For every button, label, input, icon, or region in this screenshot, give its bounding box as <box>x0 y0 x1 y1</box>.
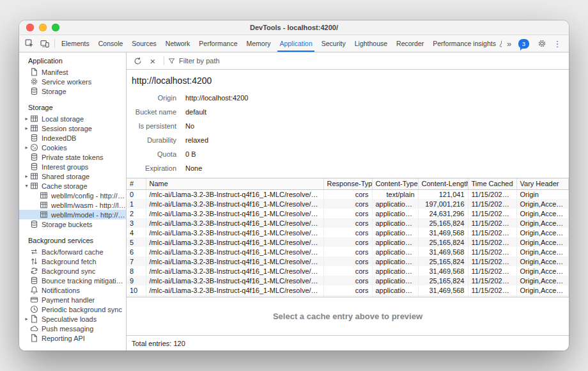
column-header-[interactable]: # <box>127 178 146 189</box>
tab-memory[interactable]: Memory <box>242 35 275 52</box>
cell-vary-header: Origin,Access… <box>516 228 569 237</box>
meta-origin: Originhttp://localhost:4200 <box>127 91 569 105</box>
disclosure-collapsed-icon[interactable]: ▸ <box>23 125 30 131</box>
tab-performance-insights[interactable]: Performance insights <box>428 35 501 52</box>
column-header-name[interactable]: Name <box>146 178 323 189</box>
cache-entry-row[interactable]: 0/mlc-ai/Llama-3.2-3B-Instruct-q4f16_1-M… <box>127 189 569 199</box>
cell-time-cached: 11/15/2024, 10… <box>468 257 516 266</box>
sidebar-item-storage[interactable]: Storage <box>19 86 126 96</box>
disclosure-collapsed-icon[interactable]: ▸ <box>23 316 30 322</box>
sidebar-item-manifest[interactable]: Manifest <box>19 67 126 77</box>
cache-panel-body: http://localhost:4200 Originhttp://local… <box>127 70 569 297</box>
sidebar-item-label: Cache storage <box>42 182 88 190</box>
sidebar-item-cookies[interactable]: ▸Cookies <box>19 143 126 152</box>
doc-icon <box>30 315 38 323</box>
minimize-window-button[interactable] <box>39 24 47 31</box>
sidebar-item-session-storage[interactable]: ▸Session storage <box>19 123 126 133</box>
tab-security[interactable]: Security <box>317 35 350 52</box>
sidebar-item-webllm-model-http-loc[interactable]: webllm/model - http://loc… <box>19 210 126 219</box>
sidebar-item-back-forward-cache[interactable]: Back/forward cache <box>19 247 126 257</box>
disclosure-collapsed-icon[interactable]: ▸ <box>23 145 30 150</box>
refresh-icon[interactable] <box>130 54 144 68</box>
tab-sources[interactable]: Sources <box>127 35 161 52</box>
tab-elements[interactable]: Elements <box>57 35 94 52</box>
meta-value: No <box>185 122 194 130</box>
sidebar-item-notifications[interactable]: Notifications <box>19 285 126 295</box>
sidebar-item-service-workers[interactable]: Service workers <box>19 77 126 86</box>
tab-lighthouse[interactable]: Lighthouse <box>350 35 392 52</box>
meta-label: Durability <box>127 136 176 144</box>
cell-vary-header: Origin,Access… <box>516 266 569 276</box>
doc-icon <box>30 68 38 76</box>
cache-entry-row[interactable]: 1/mlc-ai/Llama-3.2-3B-Instruct-q4f16_1-M… <box>127 199 569 209</box>
sidebar-item-label: Bounce tracking mitigations <box>42 277 126 285</box>
cache-entry-row[interactable]: 8/mlc-ai/Llama-3.2-3B-Instruct-q4f16_1-M… <box>127 266 569 276</box>
cache-entry-row[interactable]: 3/mlc-ai/Llama-3.2-3B-Instruct-q4f16_1-M… <box>127 218 569 228</box>
cell-name: /mlc-ai/Llama-3.2-3B-Instruct-q4f16_1-ML… <box>146 218 323 228</box>
sidebar-item-label: Notifications <box>42 287 80 294</box>
device-toolbar-icon[interactable] <box>37 35 52 52</box>
cache-entry-row[interactable]: 6/mlc-ai/Llama-3.2-3B-Instruct-q4f16_1-M… <box>127 247 569 257</box>
cache-origin-heading: http://localhost:4200 <box>132 75 564 86</box>
db-icon <box>30 162 38 171</box>
cache-entry-row[interactable]: 7/mlc-ai/Llama-3.2-3B-Instruct-q4f16_1-M… <box>127 257 569 266</box>
doc-icon <box>30 334 38 342</box>
cell-: 5 <box>127 237 146 247</box>
sidebar-item-cache-storage[interactable]: ▾Cache storage <box>19 181 126 191</box>
column-header-time-cached[interactable]: Time Cached <box>468 178 516 189</box>
cache-entry-row[interactable]: 9/mlc-ai/Llama-3.2-3B-Instruct-q4f16_1-M… <box>127 276 569 285</box>
cache-entry-row[interactable]: 4/mlc-ai/Llama-3.2-3B-Instruct-q4f16_1-M… <box>127 228 569 237</box>
disclosure-collapsed-icon[interactable]: ▸ <box>23 173 30 179</box>
sidebar-item-shared-storage[interactable]: ▸Shared storage <box>19 171 126 181</box>
cache-entry-row[interactable]: 10/mlc-ai/Llama-3.2-3B-Instruct-q4f16_1-… <box>127 285 569 295</box>
toolbar-divider <box>54 39 55 48</box>
column-header-content-length[interactable]: Content-Length <box>418 178 468 189</box>
column-header-vary-header[interactable]: Vary Header <box>516 178 569 189</box>
close-window-button[interactable] <box>26 24 34 31</box>
delete-selected-icon[interactable]: × <box>146 54 160 68</box>
window-title: DevTools - localhost:4200/ <box>19 24 569 31</box>
disclosure-expanded-icon[interactable]: ▾ <box>23 183 30 189</box>
kebab-menu-icon[interactable]: ⋮ <box>550 35 565 52</box>
sidebar-item-background-fetch[interactable]: Background fetch <box>19 257 126 266</box>
filter-by-path-input[interactable] <box>179 57 565 65</box>
sidebar-item-indexeddb[interactable]: IndexedDB <box>19 133 126 143</box>
console-messages-badge[interactable]: 3 <box>518 39 529 49</box>
table-icon <box>30 182 38 190</box>
sidebar-item-payment-handler[interactable]: Payment handler <box>19 295 126 304</box>
sidebar-item-speculative-loads[interactable]: ▸Speculative loads <box>19 314 126 324</box>
cell-time-cached: 11/15/2024, 10… <box>468 199 516 209</box>
sidebar-item-interest-groups[interactable]: Interest groups <box>19 162 126 171</box>
sidebar-item-push-messaging[interactable]: Push messaging <box>19 324 126 333</box>
column-header-content-type[interactable]: Content-Type <box>372 178 418 189</box>
sidebar-item-label: Back/forward cache <box>42 248 104 256</box>
meta-value: relaxed <box>185 136 208 144</box>
tab-console[interactable]: Console <box>94 35 128 52</box>
tab-application[interactable]: Application <box>275 35 316 52</box>
tab-label: Console <box>98 40 123 47</box>
sidebar-item-webllm-wasm-http-loca[interactable]: webllm/wasm - http://loca… <box>19 200 126 210</box>
inspect-element-icon[interactable] <box>22 35 37 52</box>
sidebar-item-webllm-config-http-loc[interactable]: webllm/config - http://loc… <box>19 191 126 200</box>
zoom-window-button[interactable] <box>52 24 59 31</box>
cell-response-type: cors <box>323 276 372 285</box>
panel-tabs: ElementsConsoleSourcesNetworkPerformance… <box>57 35 502 52</box>
cache-entry-row[interactable]: 5/mlc-ai/Llama-3.2-3B-Instruct-q4f16_1-M… <box>127 237 569 247</box>
disclosure-collapsed-icon[interactable]: ▸ <box>23 116 30 122</box>
sidebar-item-background-sync[interactable]: Background sync <box>19 266 126 276</box>
column-header-response-type[interactable]: Response-Type <box>323 178 372 189</box>
swap-icon <box>30 248 38 256</box>
tab-performance[interactable]: Performance <box>194 35 242 52</box>
sidebar-item-local-storage[interactable]: ▸Local storage <box>19 114 126 123</box>
more-tabs-icon[interactable]: » <box>502 35 517 52</box>
tab-recorder[interactable]: Recorder <box>392 35 428 52</box>
sidebar-item-storage-buckets[interactable]: Storage buckets <box>19 219 126 229</box>
cell-response-type: cors <box>323 189 372 199</box>
tab-network[interactable]: Network <box>161 35 195 52</box>
sidebar-item-private-state-tokens[interactable]: Private state tokens <box>19 152 126 162</box>
settings-gear-icon[interactable] <box>534 35 550 52</box>
cache-entry-row[interactable]: 2/mlc-ai/Llama-3.2-3B-Instruct-q4f16_1-M… <box>127 209 569 218</box>
sidebar-item-periodic-background-sync[interactable]: Periodic background sync <box>19 304 126 314</box>
sidebar-item-reporting-api[interactable]: Reporting API <box>19 333 126 343</box>
sidebar-item-bounce-tracking-mitigations[interactable]: Bounce tracking mitigations <box>19 276 126 285</box>
